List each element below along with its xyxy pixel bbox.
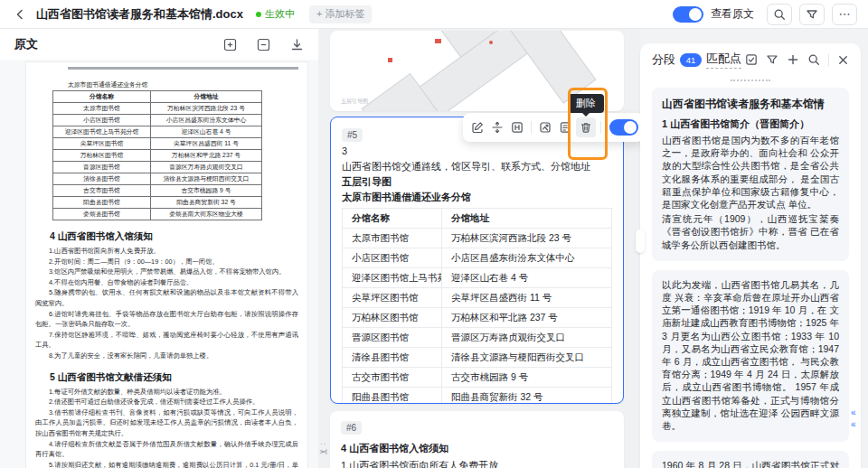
doc-divider-bar: [68, 67, 298, 70]
doc-viewer[interactable]: 太原市图书通借通还业务分馆 分馆名称分馆地址 太原市图书馆万柏林区滨河西路北段 …: [0, 60, 318, 468]
view-original-toggle[interactable]: [673, 6, 703, 23]
edit-button[interactable]: [468, 118, 486, 136]
table-cell: 古交市图书馆: [343, 368, 442, 388]
table-row: 晋源区图书馆晋源区万寿路贞观街交叉口: [343, 328, 612, 348]
table-row: 古交市图书馆古交市桃园路 9 号: [343, 368, 612, 388]
table-cell: 清徐县文源路与梗阳西街交叉口: [442, 348, 612, 368]
table-row: 迎泽区图书馆上马书苑分馆迎泽区山右巷 4 号: [343, 268, 612, 288]
app-window: 山西省图书馆读者服务和基本馆情.docx 生效中 + 添加标签 查看原文 ⋯ 原…: [0, 0, 868, 468]
doc-page: 太原市图书通借通还业务分馆 分馆名称分馆地址 太原市图书馆万柏林区滨河西路北段 …: [25, 61, 308, 468]
table-cell: 阳曲县商贸新街 32 号: [151, 197, 262, 209]
original-doc-title: 原文: [14, 36, 38, 52]
match-paragraph: 以此为发端，山西省图书馆几易其名，几度 兴衰：辛亥革命后曾在原址开办山西省立第一…: [662, 278, 839, 432]
delete-button-wrapper: 删除: [576, 117, 596, 137]
segment-enabled-toggle[interactable]: [609, 119, 638, 136]
tab-match-points[interactable]: 匹配点: [706, 51, 741, 69]
search-icon: [807, 53, 820, 66]
table-cell: 晋源区万寿路贞观街交叉口: [442, 328, 612, 348]
doc-paragraph: 4.请仔细检查所借文献是否属于外借范围及所借文献数量，确认外借手续办理完成后再行…: [35, 439, 298, 460]
table-cell: 万柏林区滨河西路北段 23 号: [151, 103, 262, 115]
close-panel-button[interactable]: [837, 54, 849, 66]
table-cell: 晋源区万寿路贞观街交叉口: [151, 162, 262, 173]
table-row: 清徐县图书馆清徐县文源路与梗阳西街交叉口: [343, 348, 612, 368]
segment-card-6[interactable]: #6 4 山西省图书馆入馆须知 1.山西省图书馆面向所有人免费开放。2.开馆时间…: [330, 411, 624, 468]
doc-section4-body: 1.山西省图书馆面向所有人免费开放。2.开馆时间：周二—周日（9：00—19：0…: [35, 246, 298, 361]
search-segments-button[interactable]: [807, 53, 820, 66]
zoom-out-button[interactable]: [257, 38, 270, 51]
segment-branch-table: 分馆名称分馆地址 太原市图书馆万柏林区滨河西路北段 23 号小店区图书馆小店区昌…: [342, 208, 612, 404]
export-image-button[interactable]: [536, 118, 554, 136]
filter-button[interactable]: [799, 4, 825, 25]
zoom-in-button[interactable]: [223, 38, 237, 51]
chevron-left-icon: [14, 8, 26, 21]
back-button[interactable]: [11, 5, 29, 23]
match-card-3[interactable]: 1960 年 8 月 28 日，山西省图书馆正式对外开放，文坛泰斗 郭沫若题写了…: [652, 451, 849, 468]
table-header-cell: 分馆名称: [343, 209, 442, 229]
doc-table-caption: 太原市图书通借通还业务分馆: [68, 80, 298, 89]
table-row: 尖草坪区图书馆尖草坪区昌盛西街 11 号: [53, 138, 262, 150]
match-card-2[interactable]: 以此为发端，山西省图书馆几易其名，几度 兴衰：辛亥革命后曾在原址开办山西省立第一…: [652, 270, 849, 442]
table-cell: 太原市图书馆: [343, 229, 442, 248]
doc-paragraph: 4.不得在馆内用餐、自带食物的读者到餐厅品尝。: [35, 277, 298, 288]
segment-line-route: 山西省图书馆交通路线，馆区导引、联系方式、分馆地址: [342, 160, 612, 173]
match-paragraph: 1960 年 8 月 28 日，山西省图书馆正式对外开放，文坛泰斗 郭沫若题写了…: [662, 459, 839, 468]
trash-icon: [580, 121, 592, 134]
table-cell: 阳曲县图书馆: [53, 197, 151, 209]
table-cell: 尖草坪区昌盛西街 11 号: [151, 138, 262, 150]
match-card-subtitle: 1 山西省图书馆简介（晋图简介）: [662, 117, 839, 130]
segment-card-5[interactable]: #5 3 山西省图书馆交通路线，馆区导引、联系方式、分馆地址 五层引导图 太原市…: [330, 117, 624, 404]
table-cell: 阳曲县商贸新街 32 号: [442, 388, 612, 405]
table-cell: 古交市图书馆: [53, 185, 151, 197]
split-segments-button[interactable]: ·· ✂: [319, 441, 327, 455]
toolbar-divider: [600, 121, 601, 134]
delete-tooltip: 删除: [568, 94, 604, 113]
heading-button[interactable]: [508, 118, 526, 136]
edit-icon: [471, 121, 484, 134]
match-card-body: 1960 年 8 月 28 日，山西省图书馆正式对外开放，文坛泰斗 郭沫若题写了…: [662, 459, 839, 468]
segment-id-badge: #6: [341, 421, 362, 435]
table-cell: 迎泽区山右巷 4 号: [151, 126, 262, 138]
doc-section5-heading: 5 山西省图书馆文献借还须知: [50, 371, 298, 384]
match-card-1[interactable]: 山西省图书馆读者服务和基本馆情 1 山西省图书馆简介（晋图简介） 山西省图书馆是…: [652, 88, 849, 261]
panel-edge-chevrons[interactable]: ««: [851, 407, 856, 430]
match-cards-scroll[interactable]: 山西省图书馆读者服务和基本馆情 1 山西省图书馆简介（晋图简介） 山西省图书馆是…: [640, 76, 861, 468]
download-button[interactable]: [290, 38, 304, 51]
table-cell: 小店区昌盛东街汾东文体中心: [151, 115, 262, 126]
segment-line-table-title: 太原市图书通借通还业务分馆: [342, 191, 612, 203]
filter-matches-button[interactable]: [766, 53, 778, 66]
panel-collapse-handle[interactable]: [636, 229, 645, 253]
tab-segments[interactable]: 分段: [652, 51, 675, 68]
funnel-icon: [806, 8, 818, 21]
table-cell: 清徐县图书馆: [343, 348, 442, 368]
match-card-title: 山西省图书馆读者服务和基本馆情: [662, 98, 839, 111]
match-panel-actions: [745, 53, 849, 66]
topbar: 山西省图书馆读者服务和基本馆情.docx 生效中 + 添加标签 查看原文 ⋯: [0, 0, 868, 29]
status-dot-icon: [256, 12, 261, 17]
table-cell: 尖草坪区昌盛西街 11 号: [442, 288, 612, 308]
segment-line-number: 3: [342, 145, 612, 157]
split-merge-button[interactable]: [488, 118, 506, 136]
detail-list-button[interactable]: [556, 118, 574, 136]
more-button[interactable]: ⋯: [832, 4, 857, 25]
status-badge: 生效中: [256, 7, 295, 21]
map-caption: 五层引导图: [341, 98, 368, 105]
doc-paragraph: 1.每证可外借文献的数量、种类及借期均以读者证功能为准。: [35, 387, 298, 398]
doc-paragraph: 7.保持馆区静雅环境，不喧哗、嬉戏，搬动阅览座椅时要小心轻放，不使用有声通讯工具…: [35, 330, 298, 351]
funnel-icon: [766, 53, 778, 66]
toolbar-divider: [531, 121, 532, 134]
match-paragraph: 清宣统元年（1909），山西巡抚宝棻奏《晋省创设图书馆折》中称，晋省 已在省城学…: [662, 212, 839, 251]
minus-square-icon: [257, 38, 270, 51]
add-tag-button[interactable]: + 添加标签: [309, 5, 372, 23]
table-row: 阳曲县图书馆阳曲县商贸新街 32 号: [53, 197, 262, 209]
status-text: 生效中: [265, 7, 295, 21]
search-button[interactable]: [767, 4, 792, 25]
multi-select-button[interactable]: [745, 53, 758, 66]
download-icon: [290, 38, 304, 51]
doc-paragraph: 3.借书前请仔细检查书刊、音像资料，如有污损或缺页等情况，可向工作人员说明，由工…: [35, 407, 298, 439]
table-cell: 迎泽区图书馆上马书苑分馆: [343, 268, 442, 288]
export-image-icon: [539, 121, 552, 134]
match-card-body: 山西省图书馆是国内为数不多的百年老馆之一，是政府举办的、面向社会和 公众开放的大…: [662, 134, 839, 251]
delete-button[interactable]: [576, 117, 596, 137]
table-row: 万柏林区图书馆万柏林区和平北路 237 号: [53, 150, 262, 162]
add-segment-button[interactable]: [787, 53, 799, 66]
